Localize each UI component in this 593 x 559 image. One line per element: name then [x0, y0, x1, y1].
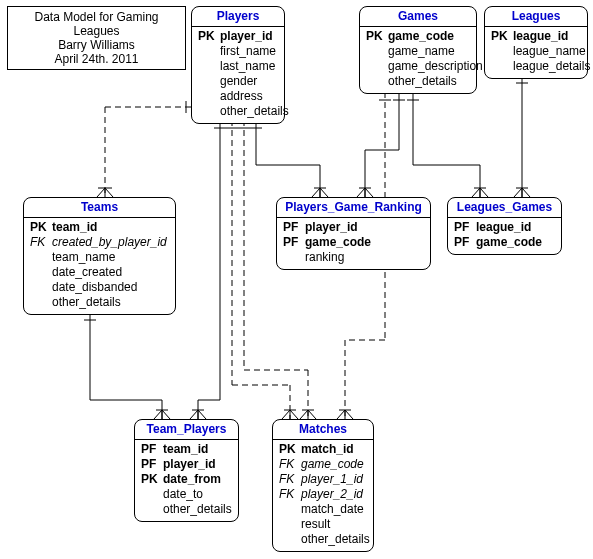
- entity-leagues: Leagues PKleague_idleague_nameleague_det…: [484, 6, 588, 79]
- entity-leagues-games: Leagues_Games PFleague_idPFgame_code: [447, 197, 562, 255]
- svg-line-26: [357, 188, 365, 197]
- field-name: other_details: [301, 532, 370, 547]
- field-row: other_details: [141, 502, 232, 517]
- field-keytype: [366, 74, 388, 89]
- field-keytype: [30, 280, 52, 295]
- field-name: first_name: [220, 44, 276, 59]
- field-row: match_date: [279, 502, 367, 517]
- field-name: team_name: [52, 250, 115, 265]
- field-name: date_to: [163, 487, 203, 502]
- svg-line-50: [300, 410, 308, 419]
- field-keytype: [141, 487, 163, 502]
- field-row: league_name: [491, 44, 581, 59]
- field-keytype: [198, 104, 220, 119]
- field-keytype: PF: [141, 457, 163, 472]
- svg-line-52: [308, 410, 316, 419]
- field-row: PFplayer_id: [141, 457, 232, 472]
- field-row: other_details: [30, 295, 169, 310]
- field-keytype: PK: [491, 29, 513, 44]
- field-keytype: [491, 59, 513, 74]
- entity-title: Leagues_Games: [448, 198, 561, 218]
- entity-title: Matches: [273, 420, 373, 440]
- field-row: FKcreated_by_player_id: [30, 235, 169, 250]
- diagram-title: Data Model for Gaming Leagues: [14, 10, 179, 38]
- field-keytype: PK: [141, 472, 163, 487]
- field-row: game_name: [366, 44, 470, 59]
- field-name: ranking: [305, 250, 344, 265]
- svg-line-66: [190, 410, 198, 419]
- field-row: other_details: [366, 74, 470, 89]
- field-keytype: [366, 44, 388, 59]
- entity-body: PKteam_idFKcreated_by_player_idteam_name…: [24, 218, 175, 314]
- field-name: other_details: [220, 104, 289, 119]
- field-row: PFleague_id: [454, 220, 555, 235]
- entity-body: PFteam_idPFplayer_idPKdate_fromdate_toot…: [135, 440, 238, 521]
- field-name: league_id: [476, 220, 531, 235]
- field-name: league_id: [513, 29, 568, 44]
- field-keytype: [30, 265, 52, 280]
- entity-title: Teams: [24, 198, 175, 218]
- field-row: team_name: [30, 250, 169, 265]
- field-name: other_details: [388, 74, 457, 89]
- field-name: created_by_player_id: [52, 235, 167, 250]
- field-row: first_name: [198, 44, 278, 59]
- entity-matches: Matches PKmatch_idFKgame_codeFKplayer_1_…: [272, 419, 374, 552]
- field-row: date_created: [30, 265, 169, 280]
- diagram-info-box: Data Model for Gaming Leagues Barry Will…: [7, 6, 186, 70]
- field-name: player_1_id: [301, 472, 363, 487]
- field-name: game_code: [305, 235, 371, 250]
- entity-body: PKmatch_idFKgame_codeFKplayer_1_idFKplay…: [273, 440, 373, 551]
- field-keytype: [30, 250, 52, 265]
- entity-title: Games: [360, 7, 476, 27]
- field-keytype: [141, 502, 163, 517]
- field-name: match_id: [301, 442, 354, 457]
- entity-body: PFplayer_idPFgame_coderanking: [277, 218, 430, 269]
- entity-title: Team_Players: [135, 420, 238, 440]
- svg-line-4: [97, 188, 105, 197]
- diagram-author: Barry Williams: [14, 38, 179, 52]
- field-row: PKmatch_id: [279, 442, 367, 457]
- entity-title: Leagues: [485, 7, 587, 27]
- field-keytype: PF: [283, 220, 305, 235]
- svg-line-36: [320, 188, 328, 197]
- entity-body: PKleague_idleague_nameleague_details: [485, 27, 587, 78]
- entity-teams: Teams PKteam_idFKcreated_by_player_idtea…: [23, 197, 176, 315]
- field-keytype: [279, 502, 301, 517]
- field-row: date_disbanded: [30, 280, 169, 295]
- field-row: other_details: [279, 532, 367, 547]
- field-keytype: PF: [283, 235, 305, 250]
- svg-line-76: [162, 410, 170, 419]
- entity-team-players: Team_Players PFteam_idPFplayer_idPKdate_…: [134, 419, 239, 522]
- field-row: date_to: [141, 487, 232, 502]
- field-name: team_id: [52, 220, 97, 235]
- field-name: gender: [220, 74, 257, 89]
- field-name: address: [220, 89, 263, 104]
- field-keytype: PK: [198, 29, 220, 44]
- field-row: league_details: [491, 59, 581, 74]
- entity-body: PKplayer_idfirst_namelast_namegenderaddr…: [192, 27, 284, 123]
- field-row: FKgame_code: [279, 457, 367, 472]
- field-keytype: [198, 44, 220, 59]
- field-keytype: FK: [279, 457, 301, 472]
- entity-players-game-ranking: Players_Game_Ranking PFplayer_idPFgame_c…: [276, 197, 431, 270]
- field-row: gender: [198, 74, 278, 89]
- field-keytype: PF: [454, 220, 476, 235]
- svg-line-10: [514, 188, 522, 197]
- field-row: FKplayer_2_id: [279, 487, 367, 502]
- field-row: PKgame_code: [366, 29, 470, 44]
- field-name: game_code: [301, 457, 364, 472]
- field-name: other_details: [163, 502, 232, 517]
- field-keytype: FK: [279, 472, 301, 487]
- field-name: player_2_id: [301, 487, 363, 502]
- field-keytype: [283, 250, 305, 265]
- field-name: player_id: [163, 457, 216, 472]
- field-keytype: [198, 74, 220, 89]
- field-row: game_description: [366, 59, 470, 74]
- field-name: game_name: [388, 44, 455, 59]
- svg-line-12: [522, 188, 530, 197]
- field-row: PKteam_id: [30, 220, 169, 235]
- svg-line-28: [365, 188, 373, 197]
- svg-line-42: [337, 410, 345, 419]
- field-name: team_id: [163, 442, 208, 457]
- field-name: league_details: [513, 59, 590, 74]
